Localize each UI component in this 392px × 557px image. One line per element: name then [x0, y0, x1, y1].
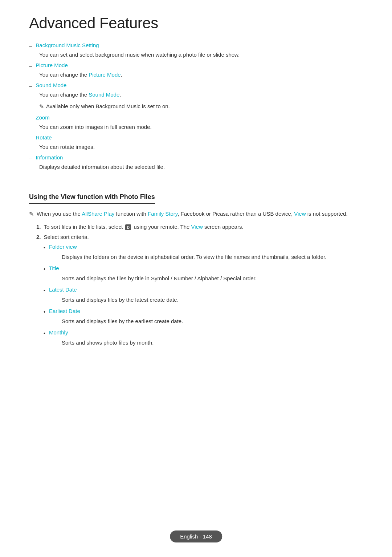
- step-2-text: Select sort criteria.: [44, 234, 89, 240]
- bullet-folder-view: • Folder view: [44, 244, 363, 251]
- rotate-link[interactable]: Rotate: [36, 134, 52, 141]
- sound-mode-link[interactable]: Sound Mode: [36, 82, 66, 88]
- folder-view-link[interactable]: Folder view: [49, 244, 77, 250]
- family-story-link[interactable]: Family Story: [148, 211, 177, 217]
- earliest-date-link[interactable]: Earliest Date: [49, 308, 80, 314]
- background-music-desc: You can set and select background music …: [39, 50, 363, 59]
- sound-mode-desc: You can change the Sound Mode.: [39, 90, 363, 99]
- view-section-note: ✎ When you use the AllShare Play functio…: [29, 210, 363, 219]
- section-heading: Using the View function with Photo Files: [29, 182, 363, 210]
- bullet-earliest-date: • Earliest Date: [44, 308, 363, 315]
- bullet-dot: •: [44, 330, 45, 336]
- picture-mode-desc: You can change the Picture Mode.: [39, 70, 363, 79]
- information-link[interactable]: Information: [36, 154, 63, 160]
- folder-view-desc: Displays the folders on the device in al…: [62, 253, 363, 261]
- step-2-number: 2.: [36, 234, 41, 240]
- dash-icon: –: [29, 115, 32, 121]
- bullet-list: • Folder view Displays the folders on th…: [44, 244, 363, 347]
- main-list: – Background Music Setting You can set a…: [29, 42, 363, 171]
- dash-icon: –: [29, 43, 32, 49]
- page-footer: English - 148: [170, 530, 222, 542]
- view-inline-link[interactable]: View: [191, 224, 203, 230]
- sound-mode-note: ✎ Available only when Background Music i…: [39, 102, 363, 111]
- step-1-number: 1.: [36, 224, 41, 230]
- information-desc: Displays detailed information about the …: [39, 163, 363, 171]
- bullet-dot: •: [44, 266, 45, 272]
- latest-date-link[interactable]: Latest Date: [49, 286, 77, 293]
- title-desc: Sorts and displays the files by title in…: [62, 274, 363, 283]
- section-heading-text: Using the View function with Photo Files: [29, 193, 155, 204]
- picture-mode-inline-link[interactable]: Picture Mode: [89, 72, 121, 78]
- bullet-dot: •: [44, 288, 45, 293]
- step-2: 2. Select sort criteria.: [36, 234, 363, 240]
- bullet-title: • Title: [44, 265, 363, 272]
- dash-icon: –: [29, 135, 32, 141]
- latest-date-desc: Sorts and displays files by the latest c…: [62, 296, 363, 304]
- background-music-link[interactable]: Background Music Setting: [36, 42, 99, 48]
- page-container: Advanced Features – Background Music Set…: [0, 0, 392, 387]
- allshare-play-link[interactable]: AllShare Play: [82, 211, 114, 217]
- dash-icon: –: [29, 155, 32, 161]
- note-icon: ✎: [39, 102, 44, 111]
- step-1-text: To sort files in the file lists, select …: [44, 224, 244, 230]
- picture-mode-link[interactable]: Picture Mode: [36, 62, 68, 68]
- earliest-date-desc: Sorts and displays files by the earliest…: [62, 317, 363, 326]
- list-item-rotate: – Rotate: [29, 134, 363, 141]
- page-title: Advanced Features: [29, 15, 363, 32]
- list-item-information: – Information: [29, 154, 363, 161]
- monthly-desc: Sorts and shows photo files by month.: [62, 338, 363, 347]
- dash-icon: –: [29, 63, 32, 69]
- view-section-note-text: When you use the AllShare Play function …: [37, 210, 348, 218]
- list-item-zoom: – Zoom: [29, 114, 363, 121]
- view-function-section: Using the View function with Photo Files…: [29, 182, 363, 347]
- bullet-latest-date: • Latest Date: [44, 286, 363, 293]
- bullet-monthly: • Monthly: [44, 329, 363, 336]
- monthly-link[interactable]: Monthly: [49, 329, 68, 336]
- list-item-background-music: – Background Music Setting: [29, 42, 363, 49]
- sound-mode-inline-link[interactable]: Sound Mode: [89, 92, 119, 98]
- step-1: 1. To sort files in the file lists, sele…: [36, 224, 363, 230]
- zoom-desc: You can zoom into images in full screen …: [39, 123, 363, 131]
- d-icon: D: [125, 224, 131, 230]
- bullet-dot: •: [44, 245, 45, 251]
- view-link[interactable]: View: [294, 211, 306, 217]
- list-item-picture-mode: – Picture Mode: [29, 62, 363, 69]
- zoom-link[interactable]: Zoom: [36, 114, 49, 121]
- dash-icon: –: [29, 83, 32, 89]
- rotate-desc: You can rotate images.: [39, 143, 363, 151]
- title-link[interactable]: Title: [49, 265, 59, 271]
- footer-text: English - 148: [180, 533, 212, 540]
- note-icon: ✎: [29, 210, 34, 219]
- bullet-dot: •: [44, 309, 45, 315]
- sound-mode-note-text: Available only when Background Music is …: [46, 102, 170, 111]
- list-item-sound-mode: – Sound Mode: [29, 82, 363, 89]
